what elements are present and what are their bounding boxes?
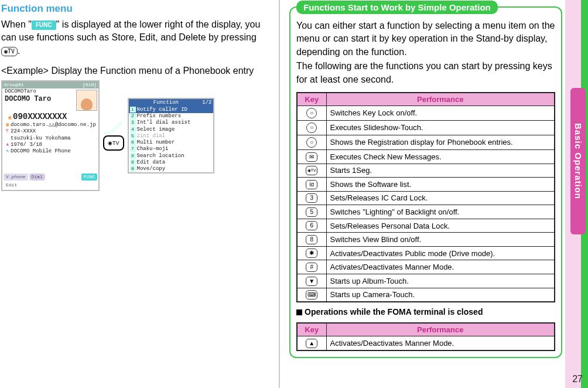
function-menu-heading: Function menu: [1, 3, 269, 15]
perf-text: Executes Slideshow-Touch.: [326, 120, 555, 135]
perf-text: Shows the Registration display for Phone…: [326, 135, 555, 149]
example-label: <Example> Display the Function menu of a…: [1, 64, 269, 77]
para-fragment-1: When ": [1, 19, 32, 29]
table-row: ○Switches Key Lock on/off.: [297, 105, 555, 120]
transition-group: ◉TV: [103, 120, 124, 151]
table-row: ✉Executes Check New Messages.: [297, 149, 555, 164]
menu-item-8: 8Search location: [129, 153, 213, 159]
mail-key-icon: ✉: [306, 152, 317, 162]
tv-key-icon: ◉TV: [306, 166, 317, 175]
phone2-page: 1/2: [202, 100, 211, 106]
phonebook-entry-screen: Group01 [010] DOCOMOTaro DOCOMO Taro ▣09…: [1, 80, 100, 192]
blank-icon: [5, 135, 11, 141]
para-fragment-3: .: [18, 46, 20, 56]
function-menu-paragraph: When "FUNC" is displayed at the lower ri…: [1, 18, 269, 57]
table-row: ⌨Starts up Camera-Touch.: [297, 288, 555, 302]
phone1-tel: 〒224-XXXX: [2, 128, 98, 135]
callout-paragraph-1: You can either start a function by selec…: [296, 19, 555, 59]
menu-item-1: 1Notify caller ID: [129, 107, 213, 113]
perf-text: Activates/Deactivates Manner Mode.: [326, 336, 555, 350]
table-row: iαShows the Software list.: [297, 178, 555, 192]
phone2-title: Function: [153, 100, 179, 106]
postal-icon: 〒: [5, 128, 11, 134]
up-side-key-icon: ▲: [306, 339, 317, 348]
phone1-email: ▣docomo.taro.△△@docomo.ne.jp: [2, 122, 98, 128]
callout-paragraph-2: The following are the functions you can …: [296, 60, 555, 86]
key-performance-table-closed: Key Performance ▲Activates/Deactivates M…: [296, 322, 555, 351]
table-row: 6Sets/Releases Personal Data Lock.: [297, 219, 555, 233]
camera-tv-key-large: ◉TV: [103, 135, 124, 151]
perf-text: Starts up Album-Touch.: [326, 274, 555, 288]
softkey-dial: Dial: [29, 173, 45, 181]
key-icon: ○: [306, 137, 317, 148]
menu-item-7: 7Chaku-moji: [129, 146, 213, 152]
note-icon: ✎: [5, 148, 11, 154]
phone1-addr: tsuzuki-ku Yokohama: [2, 135, 98, 142]
phone1-number: ▣090XXXXXXXX: [2, 112, 98, 122]
left-column: Function menu When "FUNC" is displayed a…: [0, 0, 275, 388]
digit-key-icon: 3: [306, 193, 317, 203]
table-row: #Activates/Deactivates Manner Mode.: [297, 260, 555, 274]
digit-key-icon: 8: [306, 235, 317, 244]
hash-key-icon: #: [306, 263, 317, 272]
phone1-softkey-bar: V.phone Dial FUNC: [2, 172, 98, 182]
perf-text: Switches "Lighting" of Backlight on/off.: [326, 205, 555, 219]
table-row: 3Sets/Releases IC Card Lock.: [297, 191, 555, 205]
down-key-icon: ▼: [306, 277, 317, 286]
menu-item-5: 52in1 dial: [129, 133, 213, 139]
table-row: 5Switches "Lighting" of Backlight on/off…: [297, 205, 555, 219]
page-number: 27: [572, 374, 583, 384]
menu-item-2: 2Prefix numbers: [129, 113, 213, 120]
phone1-title-left: Group01: [4, 82, 24, 88]
menu-item-9: 9Edit data: [129, 159, 213, 166]
mail-icon: ▣: [5, 122, 11, 128]
perf-text: Switches View Blind on/off.: [326, 233, 555, 247]
star-key-icon: ✱: [306, 249, 317, 258]
table-header-row: Key Performance: [297, 93, 555, 106]
table-header-key: Key: [297, 323, 326, 336]
birthday-icon: ♣: [5, 142, 11, 148]
column-divider: [279, 0, 280, 388]
perf-text: Sets/Releases IC Card Lock.: [326, 191, 555, 205]
phone1-date: ♣1970/ 3/18: [2, 142, 98, 148]
function-menu-screen: Function 1/2 1Notify caller ID 2Prefix n…: [128, 98, 214, 174]
key-icon: ○: [306, 122, 317, 133]
table-row: ▼Starts up Album-Touch.: [297, 274, 555, 288]
key-performance-table: Key Performance ○Switches Key Lock on/of…: [296, 92, 555, 302]
table-row: ▲Activates/Deactivates Manner Mode.: [297, 336, 555, 350]
softkey-edit: Edit: [4, 182, 19, 189]
table-row: ○Executes Slideshow-Touch.: [297, 120, 555, 135]
iappli-key-icon: iα: [306, 180, 317, 189]
table-row: ◉TVStarts 1Seg.: [297, 164, 555, 178]
phone1-titlebar: Group01 [010]: [2, 81, 98, 89]
menu-item-3: 3Int'l dial assist: [129, 120, 213, 126]
perf-text: Switches Key Lock on/off.: [326, 105, 555, 120]
perf-text: Starts up Camera-Touch.: [326, 288, 555, 302]
table-row: 8Switches View Blind on/off.: [297, 233, 555, 247]
table-row: ○Shows the Registration display for Phon…: [297, 135, 555, 149]
bullet-square-icon: [296, 309, 302, 315]
phone2-titlebar: Function 1/2: [129, 99, 213, 107]
table-header-key: Key: [297, 93, 326, 106]
table-row: ✱Activates/Deactivates Public mode (Driv…: [297, 246, 555, 260]
perf-text: Executes Check New Messages.: [326, 149, 555, 164]
menu-item-6: 6Multi number: [129, 139, 213, 146]
phone1-note: ✎DOCOMO Mobile Phone: [2, 148, 98, 155]
camera-tv-key-icon: ◉TV: [1, 47, 18, 56]
softkey-vphone: V.phone: [4, 173, 28, 181]
softkey-func: FUNC: [81, 173, 97, 181]
section-side-label-text: Basic Operation: [573, 123, 583, 199]
functions-callout-box: Functions Start to Work by Simple Operat…: [289, 6, 562, 358]
table-header-performance: Performance: [326, 93, 555, 106]
callout-title: Functions Start to Work by Simple Operat…: [296, 1, 498, 14]
section-side-label: Basic Operation: [570, 88, 586, 234]
closed-operations-subheading: Operations while the FOMA terminal is cl…: [296, 307, 555, 316]
example-screenshots: Group01 [010] DOCOMOTaro DOCOMO Taro ▣09…: [1, 80, 269, 192]
digit-key-icon: 5: [306, 207, 317, 217]
menu-item-4: 4Select image: [129, 127, 213, 133]
perf-text: Activates/Deactivates Public mode (Drive…: [326, 246, 555, 260]
perf-text: Activates/Deactivates Manner Mode.: [326, 260, 555, 274]
key-icon: ○: [306, 108, 317, 118]
func-badge-icon: FUNC: [32, 21, 56, 30]
camera-tv-key-large-label: ◉TV: [108, 140, 119, 146]
